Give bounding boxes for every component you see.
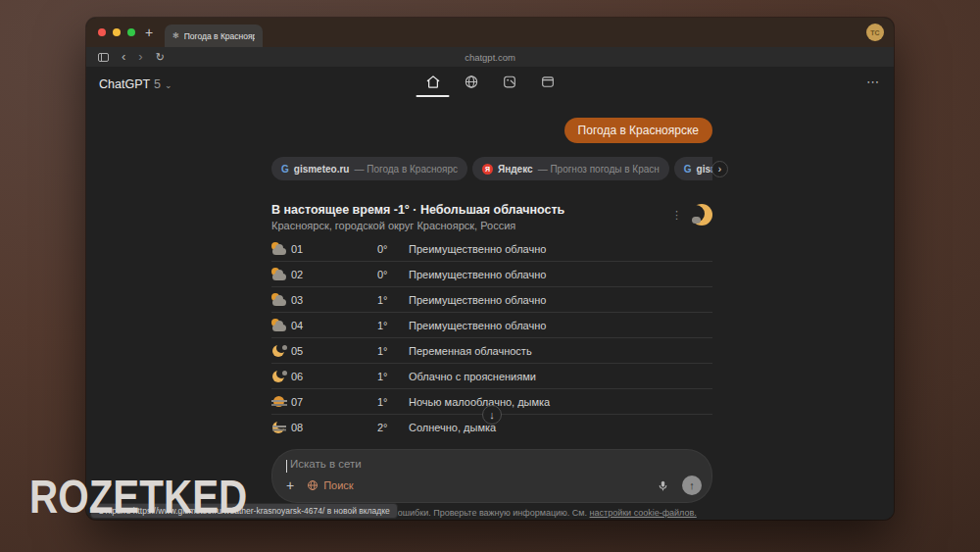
model-selector[interactable]: ChatGPT5⌄ xyxy=(99,77,172,91)
desktop-background: + ✻ Погода в Красноярс ТС ‹ › ↻ chatgpt.… xyxy=(0,0,980,552)
browser-window: + ✻ Погода в Красноярс ТС ‹ › ↻ chatgpt.… xyxy=(86,18,894,520)
sources-row: G gismeteo.ru — Погода в Красноярс Я Янд… xyxy=(271,157,712,180)
rozetked-watermark: ROZETKED xyxy=(29,472,247,520)
weather-condition-icon xyxy=(271,420,289,435)
attach-plus-icon[interactable]: + xyxy=(286,477,294,494)
source-site: gismeteo.ru xyxy=(697,164,712,175)
composer-toolbar: + Поиск ↑ xyxy=(286,476,702,495)
weather-condition-icon xyxy=(271,394,289,410)
search-mode-label: Поиск xyxy=(323,479,353,491)
weather-hour-row: 04 1° Преимущественно облачно xyxy=(271,313,712,338)
sources-next-button[interactable]: › xyxy=(711,161,728,177)
tab-title: Погода в Красноярс xyxy=(184,31,255,41)
source-favicon-icon: G xyxy=(684,164,692,175)
weather-condition-icon xyxy=(271,369,289,384)
browser-toolbar: ‹ › ↻ chatgpt.com xyxy=(86,47,894,67)
condition-label: Ночью малооблачно, дымка xyxy=(409,396,712,408)
text-caret xyxy=(286,460,287,473)
hour-label: 02 xyxy=(291,269,377,280)
source-chip[interactable]: G gismeteo.ru — Погода в Красноярс xyxy=(271,157,467,180)
temp-label: 2° xyxy=(377,422,409,433)
weather-hour-row: 02 0° Преимущественно облачно xyxy=(271,262,712,287)
page-content: ChatGPT5⌄ ⋯ Погода в Красноярске xyxy=(86,67,894,520)
temp-label: 1° xyxy=(377,345,409,357)
weather-condition-icon xyxy=(271,343,289,359)
more-menu-icon[interactable]: ⋯ xyxy=(866,75,879,89)
close-button[interactable] xyxy=(98,28,106,36)
source-chip[interactable]: G gismeteo.ru — Погода в Кр xyxy=(674,157,712,180)
mic-icon[interactable] xyxy=(657,479,669,492)
minimize-button[interactable] xyxy=(113,28,121,36)
chevron-down-icon: ⌄ xyxy=(165,80,172,90)
hour-label: 07 xyxy=(291,396,377,408)
chatgpt-favicon-icon: ✻ xyxy=(172,31,179,40)
temp-label: 1° xyxy=(377,371,409,382)
search-globe-icon xyxy=(307,479,318,491)
chat-column: Погода в Красноярске G gismeteo.ru — Пог… xyxy=(271,67,712,520)
composer: + Поиск ↑ xyxy=(271,449,712,503)
weather-card-actions: ⋮ xyxy=(671,204,712,226)
address-bar[interactable]: chatgpt.com xyxy=(86,52,894,63)
condition-label: Преимущественно облачно xyxy=(409,243,712,255)
model-version: 5 xyxy=(154,77,161,91)
hour-label: 06 xyxy=(291,371,377,382)
reload-icon[interactable]: ↻ xyxy=(156,48,165,66)
scroll-to-bottom-button[interactable]: ↓ xyxy=(482,405,502,425)
source-site: gismeteo.ru xyxy=(294,164,350,175)
condition-label: Солнечно, дымка xyxy=(409,422,712,433)
model-brand: ChatGPT xyxy=(99,77,150,91)
hour-label: 05 xyxy=(291,345,377,357)
source-desc: — Погода в Красноярс xyxy=(354,164,458,175)
source-favicon-icon: Я xyxy=(482,164,493,175)
temp-label: 0° xyxy=(377,243,409,255)
weather-hour-row: 05 1° Переменная облачность xyxy=(271,338,712,364)
weather-headline: В настоящее время -1° · Небольшая облачн… xyxy=(271,203,564,217)
weather-hour-row: 03 1° Преимущественно облачно xyxy=(271,287,712,313)
condition-label: Преимущественно облачно xyxy=(409,269,712,280)
hour-label: 04 xyxy=(291,320,377,331)
temp-label: 0° xyxy=(377,269,409,280)
source-desc: — Прогноз погоды в Красн xyxy=(538,164,660,175)
zoom-button[interactable] xyxy=(127,28,135,36)
hour-label: 08 xyxy=(291,422,377,433)
temp-label: 1° xyxy=(377,294,409,306)
hour-label: 01 xyxy=(291,243,377,255)
forward-icon[interactable]: › xyxy=(138,48,142,66)
temp-label: 1° xyxy=(377,320,409,331)
temp-label: 1° xyxy=(377,396,409,408)
message-input[interactable] xyxy=(288,457,612,471)
send-button[interactable]: ↑ xyxy=(682,476,702,495)
user-message-bubble: Погода в Красноярске xyxy=(564,118,712,143)
weather-hour-row: 06 1° Облачно с прояснениями xyxy=(271,364,712,389)
condition-label: Переменная облачность xyxy=(409,345,712,357)
source-site: Яндекс xyxy=(498,164,533,175)
weather-condition-icon xyxy=(271,267,289,282)
source-chip[interactable]: Я Яндекс — Прогноз погоды в Красн xyxy=(472,157,669,180)
hour-label: 03 xyxy=(291,294,377,306)
condition-label: Преимущественно облачно xyxy=(409,294,712,306)
condition-label: Облачно с прояснениями xyxy=(409,371,712,382)
weather-condition-icon xyxy=(271,241,289,257)
weather-condition-icon xyxy=(271,292,289,308)
traffic-lights xyxy=(98,28,135,36)
search-mode-toggle[interactable]: Поиск xyxy=(307,479,353,491)
weather-location: Красноярск, городской округ Красноярск, … xyxy=(271,220,515,231)
browser-tab[interactable]: ✻ Погода в Красноярс xyxy=(165,25,263,47)
cookie-settings-link[interactable]: настройки cookie-файлов. xyxy=(590,508,697,518)
weather-hour-row: 01 0° Преимущественно облачно xyxy=(271,236,712,262)
card-menu-icon[interactable]: ⋮ xyxy=(671,209,682,222)
weather-condition-icon xyxy=(271,318,289,333)
avatar[interactable]: ТС xyxy=(866,24,884,41)
new-tab-button[interactable]: + xyxy=(145,23,153,42)
condition-label: Преимущественно облачно xyxy=(409,320,712,331)
source-favicon-icon: G xyxy=(281,164,289,175)
window-titlebar: + ✻ Погода в Красноярс ТС xyxy=(86,18,894,47)
moon-cloud-icon xyxy=(691,204,712,226)
back-icon[interactable]: ‹ xyxy=(122,48,125,66)
